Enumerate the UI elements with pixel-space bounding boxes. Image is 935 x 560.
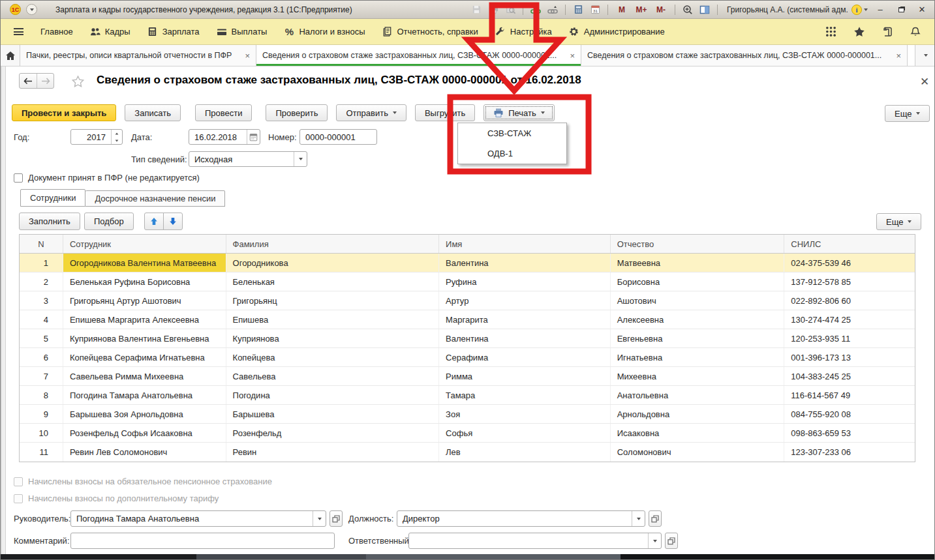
menu-item-main[interactable]: Главное <box>32 19 82 44</box>
position-dropdown-button[interactable] <box>632 511 645 526</box>
cell-employee[interactable]: Савельева Римма Михеевна <box>63 367 226 385</box>
tab-close-icon[interactable]: × <box>570 51 575 61</box>
accepted-checkbox[interactable] <box>14 173 23 183</box>
history-button[interactable] <box>881 25 893 38</box>
year-input[interactable]: 2017 <box>70 129 123 145</box>
position-input[interactable]: Директор <box>397 510 645 527</box>
date-input[interactable]: 16.02.2018 <box>189 129 260 145</box>
cell-lastname[interactable]: Савельева <box>226 367 440 385</box>
table-more-button[interactable]: Еще <box>876 213 921 230</box>
form-more-button[interactable]: Еще <box>885 105 930 122</box>
home-tab[interactable] <box>1 45 20 66</box>
minimize-button[interactable]: – <box>872 3 889 16</box>
fill-button[interactable]: Заполнить <box>19 213 80 230</box>
cell-lastname[interactable]: Григорьянц <box>226 291 440 310</box>
table-row[interactable]: 6 Копейцева Серафима Игнатьевна Копейцев… <box>20 348 915 367</box>
column-header[interactable]: Имя <box>439 235 611 253</box>
cell-middlename[interactable]: Анатольевна <box>611 386 785 404</box>
memory-plus-button[interactable]: M+ <box>634 5 649 14</box>
cell-employee[interactable]: Погодина Тамара Анатольевна <box>63 386 226 404</box>
cell-snils[interactable]: 001-396-173 13 <box>784 348 915 366</box>
table-row[interactable]: 10 Розенфельд Софья Исааковна Розенфельд… <box>20 424 915 443</box>
cell-firstname[interactable]: Софья <box>439 424 611 442</box>
column-header[interactable]: Сотрудник <box>63 235 226 253</box>
cell-lastname[interactable]: Копейцева <box>226 348 440 366</box>
cell-firstname[interactable]: Зоя <box>439 405 611 423</box>
cell-lastname[interactable]: Огородникова <box>226 254 440 272</box>
unload-button[interactable]: Выгрузить <box>415 104 475 121</box>
cell-employee[interactable]: Копейцева Серафима Игнатьевна <box>63 348 226 366</box>
cell-snils[interactable]: 022-892-806 60 <box>784 291 915 310</box>
column-header[interactable]: Фамилия <box>226 235 440 253</box>
responsible-open-button[interactable] <box>665 533 678 549</box>
table-row[interactable]: 3 Григорьянц Артур Ашотович Григорьянц А… <box>20 291 915 310</box>
menu-item-zarplata[interactable]: Зарплата <box>139 19 208 44</box>
responsible-dropdown-button[interactable] <box>648 533 661 548</box>
cell-lastname[interactable]: Розенфельд <box>226 424 440 442</box>
cell-middlename[interactable]: Ашотович <box>611 291 785 310</box>
send-button[interactable]: Отправить <box>336 104 406 121</box>
cell-employee[interactable]: Барышева Зоя Арнольдовна <box>63 405 226 423</box>
menu-item-vyplaty[interactable]: Выплаты <box>208 19 276 44</box>
cell-employee[interactable]: Огородникова Валентина Матвеевна <box>63 254 226 272</box>
move-up-button[interactable] <box>144 213 164 230</box>
save-icon[interactable] <box>470 3 483 16</box>
year-value[interactable]: 2017 <box>71 130 111 144</box>
cell-employee[interactable]: Ревин Лев Соломонович <box>63 443 226 462</box>
check-button[interactable]: Проверить <box>266 104 328 121</box>
move-down-button[interactable] <box>163 213 183 230</box>
position-open-button[interactable] <box>649 510 662 527</box>
cell-employee[interactable]: Беленькая Руфина Борисовна <box>63 273 226 291</box>
cell-middlename[interactable]: Алексеевна <box>611 310 785 329</box>
cell-snils[interactable]: 137-912-578 85 <box>784 273 915 291</box>
cell-employee[interactable]: Епишева Маргарита Алексеевна <box>63 310 226 329</box>
cell-snils[interactable]: 098-863-659 53 <box>784 424 915 442</box>
cell-firstname[interactable]: Валентина <box>439 254 611 272</box>
head-open-button[interactable] <box>330 510 343 527</box>
table-row[interactable]: 2 Беленькая Руфина Борисовна Беленькая Р… <box>20 273 915 291</box>
cell-snils[interactable]: 024-375-539 46 <box>784 254 915 272</box>
menu-item-nalogi[interactable]: %Налоги и взносы <box>275 19 373 44</box>
preview-icon[interactable] <box>504 3 517 16</box>
tab-packs-registers[interactable]: Пачки, реестры, описи квартальной отчетн… <box>20 45 256 66</box>
additional-tariff-checkbox[interactable] <box>14 494 23 503</box>
number-value[interactable]: 0000-000001 <box>300 130 376 144</box>
cell-snils[interactable]: 084-755-920 08 <box>784 405 915 423</box>
menu-item-odv-1[interactable]: ОДВ-1 <box>458 143 566 164</box>
cell-firstname[interactable]: Артур <box>439 291 611 310</box>
user-menu[interactable]: Григорьянц А.А. (системный адм... <box>724 5 848 14</box>
calendar-icon[interactable]: 31 <box>589 3 602 16</box>
column-header[interactable]: СНИЛС <box>784 235 915 253</box>
cell-middlename[interactable]: Евгеньевна <box>611 329 785 347</box>
responsible-input[interactable] <box>408 533 662 549</box>
cell-middlename[interactable]: Матвеевна <box>611 254 785 272</box>
cell-employee[interactable]: Григорьянц Артур Ашотович <box>63 291 226 310</box>
tab-list-button[interactable] <box>915 45 935 66</box>
cell-lastname[interactable]: Барышева <box>226 405 440 423</box>
cell-snils[interactable]: 120-253-935 11 <box>784 329 915 347</box>
cell-firstname[interactable]: Лев <box>439 443 611 462</box>
tab-early-pension[interactable]: Досрочное назначение пенсии <box>85 190 225 207</box>
apps-grid-button[interactable] <box>825 25 837 38</box>
cell-lastname[interactable]: Куприянова <box>226 329 440 347</box>
tab-szv-stazh-active[interactable]: Сведения о страховом стаже застрахованны… <box>256 45 581 66</box>
column-header[interactable]: N <box>20 235 63 253</box>
notifications-bell-button[interactable] <box>909 25 921 38</box>
date-value[interactable]: 16.02.2018 <box>189 130 247 144</box>
cell-lastname[interactable]: Погодина <box>226 386 440 404</box>
type-value[interactable]: Исходная <box>189 152 294 166</box>
cell-firstname[interactable]: Маргарита <box>439 310 611 329</box>
tab-szv-stazh-2[interactable]: Сведения о страховом стаже застрахованны… <box>581 45 908 66</box>
back-button[interactable] <box>20 74 37 88</box>
column-header[interactable]: Отчество <box>611 235 785 253</box>
position-value[interactable]: Директор <box>397 511 632 526</box>
year-spinner[interactable] <box>111 130 122 144</box>
cell-firstname[interactable]: Серафима <box>439 348 611 366</box>
menu-item-administrirovanie[interactable]: Администрирование <box>560 19 673 44</box>
pension-contrib-checkbox[interactable] <box>14 477 23 486</box>
maximize-button[interactable] <box>893 3 910 16</box>
print-button[interactable]: Печать <box>483 104 555 121</box>
cell-middlename[interactable]: Соломонович <box>611 443 785 462</box>
info-button[interactable]: i <box>851 5 868 15</box>
cell-firstname[interactable]: Валентина <box>439 329 611 347</box>
